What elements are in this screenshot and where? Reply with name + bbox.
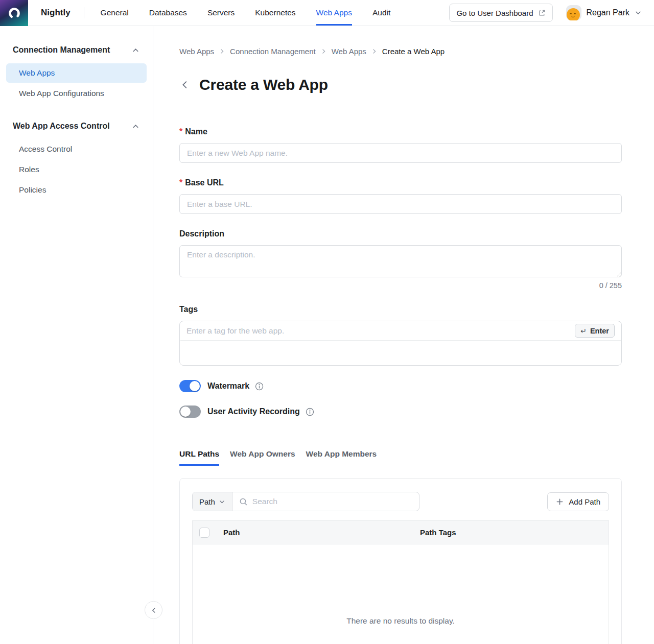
paths-table-body: There are no results to display. xyxy=(192,544,609,644)
main-content: Web Apps Connection Management Web Apps … xyxy=(153,26,654,644)
sidebar-item-web-app-configurations[interactable]: Web App Configurations xyxy=(6,84,147,103)
sidebar-collapse-button[interactable] xyxy=(145,601,162,619)
tags-field-group: Tags ↵ Enter xyxy=(179,305,622,366)
enter-button-label: Enter xyxy=(590,327,609,335)
avatar xyxy=(566,5,581,20)
watermark-label: Watermark xyxy=(207,381,249,391)
user-menu[interactable]: Regan Park xyxy=(566,5,642,20)
description-label: Description xyxy=(179,229,622,238)
search-input[interactable] xyxy=(252,497,412,506)
back-button[interactable] xyxy=(179,79,191,90)
topbar-right: Go to User Dashboard Regan Park xyxy=(449,0,654,26)
sidebar-header-web-app-access-control[interactable]: Web App Access Control xyxy=(6,122,147,131)
nav-item-databases[interactable]: Databases xyxy=(149,0,187,26)
user-name: Regan Park xyxy=(587,8,630,17)
chevron-up-icon xyxy=(132,46,139,54)
sidebar-item-roles[interactable]: Roles xyxy=(6,160,147,179)
plus-icon xyxy=(556,498,564,506)
add-path-button[interactable]: Add Path xyxy=(547,492,609,511)
breadcrumb-current: Create a Web App xyxy=(382,47,445,56)
paths-table-header: Path Path Tags xyxy=(192,520,609,544)
chevron-right-icon xyxy=(320,48,327,55)
tags-divider xyxy=(180,340,621,341)
sidebar-item-policies[interactable]: Policies xyxy=(6,180,147,200)
base-url-label: *Base URL xyxy=(179,178,622,187)
url-paths-panel: Path xyxy=(179,478,622,644)
name-label: *Name xyxy=(179,127,622,136)
sidebar-header-connection-management[interactable]: Connection Management xyxy=(6,45,147,55)
top-bar: Nightly General Databases Servers Kubern… xyxy=(0,0,654,26)
chevron-right-icon xyxy=(371,48,378,55)
sidebar-section-title: Connection Management xyxy=(13,45,110,55)
sidebar-section-title: Web App Access Control xyxy=(13,122,110,131)
character-counter: 0 / 255 xyxy=(179,281,622,290)
create-web-app-form: *Name *Base URL Description 0 / 255 Tags xyxy=(179,127,622,418)
empty-state-message: There are no results to display. xyxy=(346,616,455,626)
chevron-down-icon xyxy=(635,9,642,16)
nav-item-general[interactable]: General xyxy=(101,0,129,26)
page-title: Create a Web App xyxy=(199,76,328,93)
dashboard-button-label: Go to User Dashboard xyxy=(456,9,533,17)
breadcrumb-connection-management[interactable]: Connection Management xyxy=(230,47,316,56)
top-navigation: General Databases Servers Kubernetes Web… xyxy=(101,0,391,26)
avatar-face-icon xyxy=(567,8,580,20)
nav-item-audit[interactable]: Audit xyxy=(372,0,390,26)
required-mark: * xyxy=(179,178,182,187)
tab-web-app-members[interactable]: Web App Members xyxy=(306,449,377,466)
sidebar-section-connection-management: Connection Management Web Apps Web App C… xyxy=(6,45,147,103)
recording-label: User Activity Recording xyxy=(207,407,300,416)
sidebar-item-access-control[interactable]: Access Control xyxy=(6,139,147,159)
watermark-toggle-row: Watermark xyxy=(179,380,622,392)
sidebar: Connection Management Web Apps Web App C… xyxy=(0,26,153,644)
brand-logo-icon xyxy=(7,6,22,21)
info-icon[interactable] xyxy=(255,382,264,391)
user-activity-recording-toggle[interactable] xyxy=(179,406,201,418)
enter-button[interactable]: ↵ Enter xyxy=(575,324,615,338)
chevron-right-icon xyxy=(219,48,225,55)
tab-web-app-owners[interactable]: Web App Owners xyxy=(230,449,295,466)
search-group: Path xyxy=(192,492,419,511)
search-field xyxy=(232,492,419,511)
info-icon[interactable] xyxy=(306,408,314,416)
topbar-divider xyxy=(84,7,84,18)
column-header-path-tags: Path Tags xyxy=(420,528,456,537)
brand-name: Nightly xyxy=(41,0,71,26)
base-url-field-group: *Base URL xyxy=(179,178,622,214)
chevron-up-icon xyxy=(132,123,139,130)
tags-input[interactable] xyxy=(186,326,575,336)
search-filter-select[interactable]: Path xyxy=(193,492,232,511)
column-header-path: Path xyxy=(223,528,420,537)
title-row: Create a Web App xyxy=(179,76,622,93)
paths-table: Path Path Tags There are no results to d… xyxy=(192,520,609,644)
breadcrumb-web-apps-2[interactable]: Web Apps xyxy=(332,47,366,56)
tab-url-paths[interactable]: URL Paths xyxy=(179,449,219,466)
return-icon: ↵ xyxy=(580,327,587,335)
name-input[interactable] xyxy=(179,143,622,163)
nav-item-kubernetes[interactable]: Kubernetes xyxy=(255,0,295,26)
base-url-input[interactable] xyxy=(179,194,622,214)
select-all-checkbox[interactable] xyxy=(199,528,209,538)
paths-toolbar: Path xyxy=(192,492,609,511)
go-to-user-dashboard-button[interactable]: Go to User Dashboard xyxy=(449,4,552,22)
nav-item-servers[interactable]: Servers xyxy=(207,0,235,26)
tags-label: Tags xyxy=(179,305,622,314)
tags-input-row: ↵ Enter xyxy=(180,321,621,340)
sidebar-section-web-app-access-control: Web App Access Control Access Control Ro… xyxy=(6,122,147,200)
nav-item-web-apps[interactable]: Web Apps xyxy=(316,0,352,26)
detail-tabs: URL Paths Web App Owners Web App Members xyxy=(179,449,622,466)
tags-box: ↵ Enter xyxy=(179,321,622,366)
search-icon xyxy=(239,497,248,506)
watermark-toggle[interactable] xyxy=(179,380,201,392)
description-field-group: Description 0 / 255 xyxy=(179,229,622,290)
add-path-label: Add Path xyxy=(569,497,600,506)
required-mark: * xyxy=(179,127,182,136)
breadcrumb: Web Apps Connection Management Web Apps … xyxy=(179,47,622,56)
chevron-down-icon xyxy=(219,498,225,505)
sidebar-item-web-apps[interactable]: Web Apps xyxy=(6,63,147,83)
breadcrumb-web-apps[interactable]: Web Apps xyxy=(179,47,214,56)
recording-toggle-row: User Activity Recording xyxy=(179,406,622,418)
app-logo[interactable] xyxy=(0,0,28,26)
description-textarea[interactable] xyxy=(179,245,622,277)
filter-select-label: Path xyxy=(199,497,215,506)
name-field-group: *Name xyxy=(179,127,622,163)
